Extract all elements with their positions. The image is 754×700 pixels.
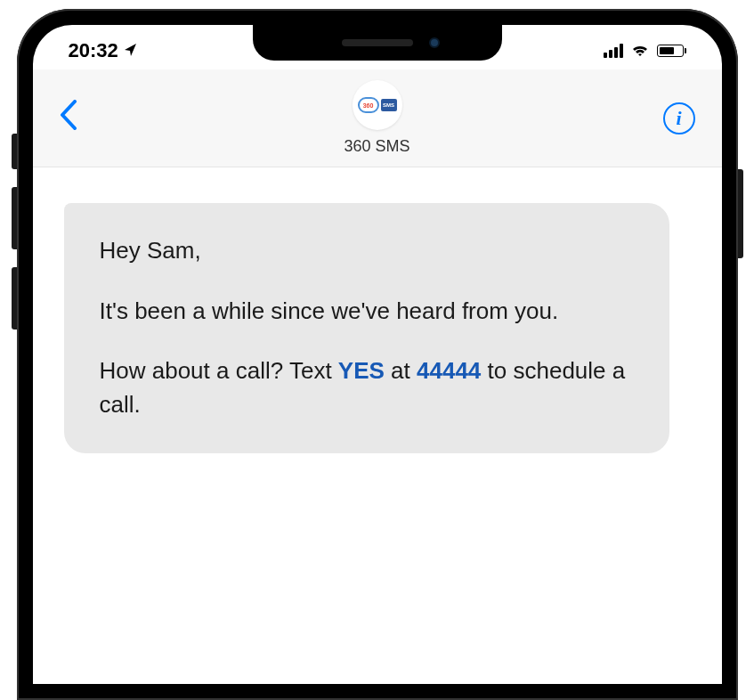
- conversation-header: 360 SMS 360 SMS i: [33, 69, 722, 167]
- phone-screen: 20:32: [33, 25, 722, 684]
- phone-notch: [253, 25, 502, 61]
- status-bar-left: 20:32: [69, 39, 138, 62]
- volume-down-button: [12, 267, 17, 330]
- message-body-1: It's been a while since we've heard from…: [100, 295, 634, 329]
- contact-info[interactable]: 360 SMS 360 SMS: [344, 80, 409, 156]
- notch-speaker: [342, 39, 413, 46]
- contact-avatar: 360 SMS: [352, 80, 401, 130]
- status-bar-right: [604, 44, 686, 58]
- info-button[interactable]: i: [663, 102, 695, 134]
- status-time: 20:32: [69, 39, 118, 62]
- cellular-signal-icon: [604, 44, 623, 58]
- message-body-2: How about a call? Text YES at 44444 to s…: [100, 357, 626, 418]
- message-greeting: Hey Sam,: [100, 234, 634, 268]
- wifi-icon: [630, 44, 650, 58]
- phone-device-frame: 20:32: [17, 9, 738, 700]
- avatar-logo-icon: 360 SMS: [357, 97, 396, 113]
- incoming-message-bubble[interactable]: Hey Sam, It's been a while since we've h…: [64, 203, 669, 453]
- messages-area[interactable]: Hey Sam, It's been a while since we've h…: [33, 167, 722, 489]
- message-keyword-yes: YES: [338, 357, 385, 384]
- notch-camera: [429, 37, 440, 48]
- volume-up-button: [12, 187, 17, 249]
- back-button[interactable]: [60, 98, 95, 138]
- right-side-buttons: [738, 169, 743, 258]
- power-button: [738, 169, 743, 258]
- location-icon: [124, 39, 138, 62]
- phone-inner-frame: 20:32: [26, 18, 729, 691]
- message-shortcode: 44444: [417, 357, 481, 384]
- battery-icon: [657, 45, 686, 57]
- silence-switch: [12, 134, 17, 169]
- contact-name-label: 360 SMS: [344, 137, 409, 156]
- message-text: Hey Sam, It's been a while since we've h…: [100, 234, 634, 422]
- left-side-buttons: [12, 134, 17, 347]
